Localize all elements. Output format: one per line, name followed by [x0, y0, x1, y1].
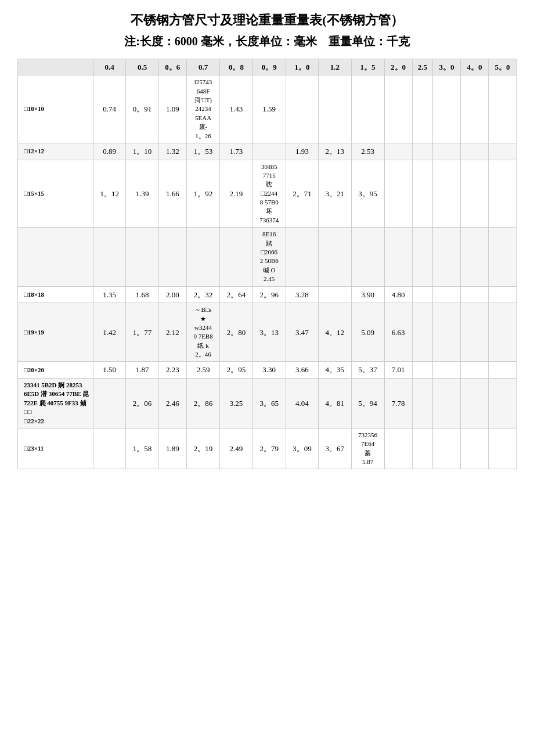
cell-value: 30485 7715 眈 □2244 8 57B0 坏 736374 [252, 160, 286, 228]
cell-value: 1.43 [220, 75, 252, 143]
cell-value: 4.04 [286, 378, 318, 428]
cell-value: 4。12 [319, 303, 351, 362]
table-row: □19×191.421。772.12～B□s ★ w3244 0 7EB8 纸 … [18, 303, 517, 362]
cell-value: 2。06 [126, 378, 158, 428]
cell-value: l25743 648F 搿'□T) 24234 5EAA 废- 1。26 [186, 75, 219, 143]
cell-value [220, 228, 252, 286]
cell-value: 3。65 [252, 378, 286, 428]
cell-value: 2.00 [158, 286, 186, 303]
cell-value [460, 286, 488, 303]
cell-value [460, 228, 488, 286]
cell-value: 1。92 [186, 160, 219, 228]
cell-value: 2。13 [319, 143, 351, 160]
cell-value [412, 143, 432, 160]
cell-value [460, 362, 488, 379]
cell-value: 1.50 [93, 362, 126, 379]
cell-value [126, 228, 158, 286]
cell-value [286, 228, 318, 286]
cell-value: 4.80 [384, 286, 412, 303]
cell-value: 5。94 [351, 378, 384, 428]
header-thickness-1_2: 1.2 [319, 59, 351, 75]
header-thickness-3。0: 3。0 [432, 59, 460, 75]
cell-value: 2。32 [186, 286, 219, 303]
cell-value: 1。58 [126, 428, 158, 469]
cell-value [186, 228, 219, 286]
cell-value [432, 378, 460, 428]
cell-value: 5.09 [351, 303, 384, 362]
cell-value [488, 303, 516, 362]
cell-value [432, 160, 460, 228]
cell-value [488, 286, 516, 303]
page-subtitle: 注:长度：6000 毫米，长度单位：毫米 重量单位：千克 [17, 33, 517, 49]
row-label: □19×19 [18, 303, 93, 362]
cell-value [412, 228, 432, 286]
table-row: 23341 5B2D 婀 28253 6E5D 潜 30654 77BE 昆 7… [18, 378, 517, 428]
header-thickness-0。6: 0。6 [158, 59, 186, 75]
header-thickness-0。8: 0。8 [220, 59, 252, 75]
cell-value: 732356 7E64 蓁 5.87 [351, 428, 384, 469]
cell-value: 3。13 [252, 303, 286, 362]
cell-value: 4。81 [319, 378, 351, 428]
cell-value [384, 428, 412, 469]
row-label [18, 228, 93, 286]
cell-value: 3。09 [286, 428, 318, 469]
cell-value: 2.12 [158, 303, 186, 362]
cell-value: 2.23 [158, 362, 186, 379]
cell-value [319, 286, 351, 303]
table-row: □23×111。581.892。192.492。793。093。67732356… [18, 428, 517, 469]
header-thickness-0_5: 0.5 [126, 59, 158, 75]
cell-value: 2。86 [186, 378, 219, 428]
header-thickness-1。5: 1。5 [351, 59, 384, 75]
cell-value [93, 228, 126, 286]
cell-value: 1。10 [126, 143, 158, 160]
table-row: □12×120.891。101.321。531.731.932。132.53 [18, 143, 517, 160]
row-label: □10×10 [18, 75, 93, 143]
cell-value [488, 428, 516, 469]
cell-value: 3。21 [319, 160, 351, 228]
cell-value: 5。37 [351, 362, 384, 379]
cell-value: 1.93 [286, 143, 318, 160]
cell-value [412, 75, 432, 143]
table-row: □20×201.501.872.232.592。953.303.664。355。… [18, 362, 517, 379]
header-label-col [18, 59, 93, 75]
cell-value: 1.66 [158, 160, 186, 228]
cell-value: 1.35 [93, 286, 126, 303]
cell-value: 2.53 [351, 143, 384, 160]
header-thickness-0。9: 0。9 [252, 59, 286, 75]
cell-value [432, 303, 460, 362]
cell-value: 2.59 [186, 362, 219, 379]
cell-value [460, 75, 488, 143]
header-thickness-2。0: 2。0 [384, 59, 412, 75]
cell-value [488, 378, 516, 428]
cell-value: 1.73 [220, 143, 252, 160]
cell-value [412, 428, 432, 469]
cell-value: 1.32 [158, 143, 186, 160]
cell-value: 1.68 [126, 286, 158, 303]
row-label: □15×15 [18, 160, 93, 228]
cell-value: 1.09 [158, 75, 186, 143]
cell-value: 2.19 [220, 160, 252, 228]
page-title: 不锈钢方管尺寸及理论重量重量表(不锈钢方管） [17, 12, 517, 30]
table-row: □18×181.351.682.002。322。642。963.283.904.… [18, 286, 517, 303]
header-thickness-0_4: 0.4 [93, 59, 126, 75]
cell-value: 1.39 [126, 160, 158, 228]
row-label: □18×18 [18, 286, 93, 303]
cell-value [460, 378, 488, 428]
cell-value [488, 228, 516, 286]
cell-value [384, 75, 412, 143]
cell-value: 3.90 [351, 286, 384, 303]
cell-value [412, 160, 432, 228]
cell-value: 2。95 [220, 362, 252, 379]
cell-value: 1。12 [93, 160, 126, 228]
cell-value: 0.89 [93, 143, 126, 160]
table-row: □10×100.740。911.09l25743 648F 搿'□T) 2423… [18, 75, 517, 143]
cell-value [384, 160, 412, 228]
cell-value [460, 303, 488, 362]
cell-value [412, 286, 432, 303]
cell-value [93, 428, 126, 469]
header-thickness-0_7: 0.7 [186, 59, 219, 75]
cell-value [412, 378, 432, 428]
header-thickness-4。0: 4。0 [460, 59, 488, 75]
cell-value: 1.89 [158, 428, 186, 469]
cell-value: 2。64 [220, 286, 252, 303]
